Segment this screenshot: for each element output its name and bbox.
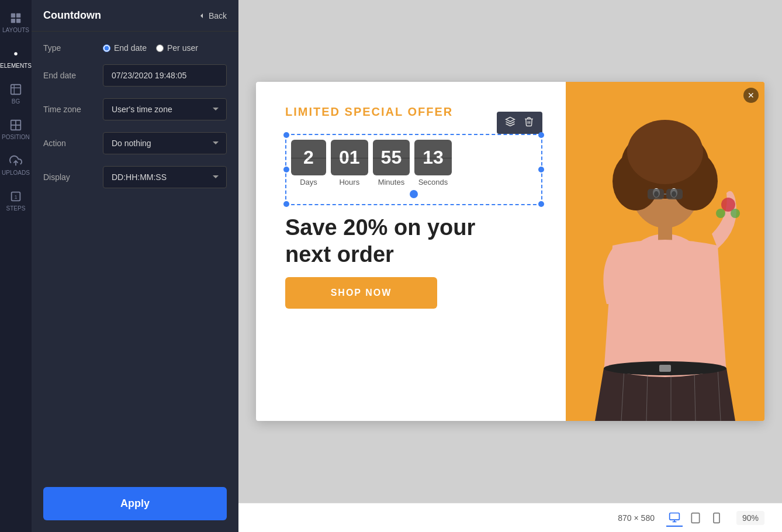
svg-rect-24: [648, 189, 664, 199]
panel-title: Countdown: [43, 9, 191, 22]
display-select[interactable]: DD:HH:MM:SS HH:MM:SS MM:SS: [103, 166, 227, 188]
end-date-radio[interactable]: [103, 44, 110, 52]
type-label: Type: [43, 43, 96, 53]
panel-header: Countdown Back: [32, 0, 238, 32]
layouts-icon: [9, 12, 22, 25]
display-label: Display: [43, 172, 96, 182]
svg-point-29: [716, 209, 725, 218]
svg-marker-12: [506, 118, 515, 122]
resize-handle-tl[interactable]: [283, 132, 289, 138]
end-date-input[interactable]: [103, 64, 227, 87]
elements-icon: [9, 47, 22, 60]
sidebar-item-layouts[interactable]: LAYOUTS: [0, 6, 32, 39]
countdown-container[interactable]: 2 Days 01 Hours 55 Minutes: [285, 134, 542, 205]
back-label: Back: [209, 11, 227, 20]
delete-icon: [524, 116, 534, 127]
timezone-label: Time zone: [43, 105, 96, 114]
delete-toolbar-button[interactable]: [520, 114, 538, 132]
svg-rect-25: [666, 189, 683, 199]
svg-rect-37: [659, 365, 671, 372]
popup-close-button[interactable]: ✕: [743, 88, 759, 103]
resize-handle-ml[interactable]: [283, 167, 289, 172]
sidebar-item-bg[interactable]: BG: [0, 77, 32, 110]
sidebar-item-steps-label: STEPS: [6, 205, 26, 212]
back-button[interactable]: Back: [197, 11, 227, 20]
canvas-area: ✕ LIMITED SPECIAL OFFER: [238, 0, 782, 532]
canvas-viewport: ✕ LIMITED SPECIAL OFFER: [238, 0, 782, 503]
resize-handle-br[interactable]: [538, 201, 544, 207]
sidebar-item-uploads-label: UPLOADS: [2, 170, 30, 176]
layers-toolbar-button[interactable]: [501, 114, 519, 132]
mobile-view-button[interactable]: [708, 510, 725, 526]
action-row: Action Do nothing Hide element Show elem…: [43, 132, 227, 154]
shop-now-button[interactable]: SHOP NOW: [285, 277, 437, 309]
tablet-view-button[interactable]: [687, 510, 704, 526]
countdown-hours-unit: 01 Hours: [331, 140, 368, 186]
svg-rect-1: [16, 13, 20, 18]
sidebar-item-position-label: POSITION: [2, 134, 30, 140]
countdown-seconds-label: Seconds: [418, 178, 448, 186]
svg-point-30: [731, 209, 740, 218]
type-radio-group: End date Per user: [103, 43, 227, 53]
display-row: Display DD:HH:MM:SS HH:MM:SS MM:SS: [43, 166, 227, 188]
svg-point-19: [627, 120, 703, 184]
sidebar-item-uploads[interactable]: UPLOADS: [0, 148, 32, 182]
end-date-field-container: [103, 64, 227, 87]
settings-panel: Countdown Back Type End date Per user: [32, 0, 238, 532]
popup-left: LIMITED SPECIAL OFFER: [256, 82, 566, 421]
countdown-seconds-box: 13: [414, 140, 452, 175]
countdown-seconds-unit: 13 Seconds: [414, 140, 452, 186]
action-select[interactable]: Do nothing Hide element Show element: [103, 132, 227, 154]
countdown-minutes-unit: 55 Minutes: [373, 140, 410, 186]
timezone-row: Time zone User's time zone UTC EST PST: [43, 98, 227, 120]
timezone-select[interactable]: User's time zone UTC EST PST: [103, 98, 227, 120]
desktop-icon: [669, 512, 680, 523]
end-date-radio-label[interactable]: End date: [103, 43, 147, 53]
layers-icon: [505, 116, 515, 127]
save-text: Save 20% on yournext order: [285, 215, 542, 268]
countdown-hours-box: 01: [331, 140, 368, 175]
back-arrow-icon: [197, 11, 206, 20]
countdown-minutes-label: Minutes: [378, 178, 405, 186]
per-user-radio[interactable]: [156, 44, 164, 52]
countdown-days-unit: 2 Days: [291, 140, 326, 186]
sidebar-item-layouts-label: LAYOUTS: [2, 27, 29, 33]
sidebar-item-steps[interactable]: 1 STEPS: [0, 184, 32, 217]
svg-rect-3: [16, 19, 20, 23]
woman-svg: [566, 82, 764, 421]
svg-point-4: [14, 52, 18, 56]
svg-rect-38: [670, 513, 680, 520]
countdown-days-box: 2: [291, 140, 326, 175]
svg-rect-0: [11, 13, 15, 18]
position-icon: [9, 119, 22, 132]
woman-image: [566, 82, 764, 421]
rotate-handle-container: [291, 189, 537, 199]
tablet-icon: [690, 512, 701, 524]
countdown-minutes-box: 55: [373, 140, 410, 175]
sidebar-item-elements[interactable]: ELEMENTS: [0, 42, 32, 75]
countdown-toolbar: [497, 112, 542, 134]
icon-sidebar: LAYOUTS ELEMENTS BG POSITION UPLOADS: [0, 0, 32, 532]
countdown-units: 2 Days 01 Hours 55 Minutes: [291, 140, 452, 186]
apply-button[interactable]: Apply: [43, 487, 227, 520]
resize-handle-tr[interactable]: [538, 132, 544, 138]
sidebar-item-position[interactable]: POSITION: [0, 113, 32, 146]
desktop-view-button[interactable]: [666, 509, 683, 527]
countdown-hours-label: Hours: [339, 178, 359, 186]
resize-handle-mr[interactable]: [538, 167, 544, 172]
zoom-display: 90%: [736, 511, 764, 525]
popup-widget: ✕ LIMITED SPECIAL OFFER: [256, 82, 764, 421]
svg-rect-43: [714, 513, 719, 523]
resize-handle-bl[interactable]: [283, 201, 289, 207]
end-date-row: End date: [43, 64, 227, 87]
dimensions-text: 870 × 580: [618, 513, 655, 523]
per-user-radio-label[interactable]: Per user: [156, 43, 198, 53]
bg-icon: [9, 83, 22, 96]
timezone-select-container: User's time zone UTC EST PST: [103, 98, 227, 120]
action-label: Action: [43, 139, 96, 148]
rotate-handle[interactable]: [409, 189, 419, 199]
svg-rect-5: [11, 85, 21, 95]
popup-right: [566, 82, 764, 421]
svg-rect-2: [11, 19, 15, 23]
action-select-container: Do nothing Hide element Show element: [103, 132, 227, 154]
